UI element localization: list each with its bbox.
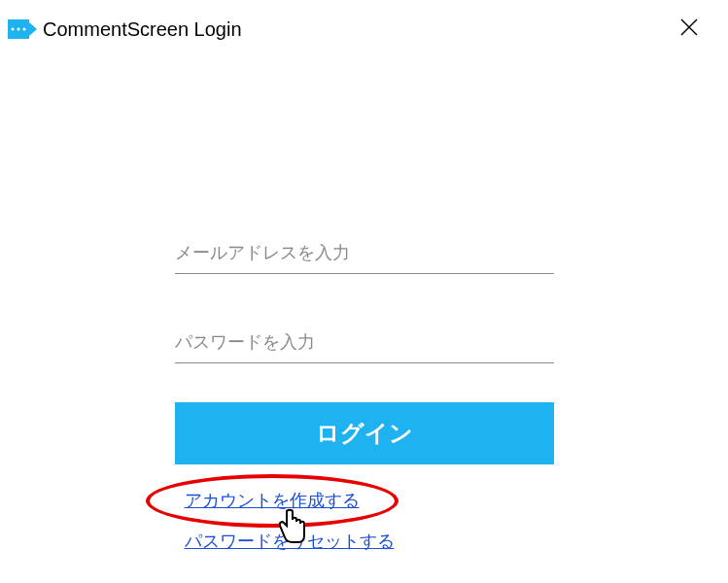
login-form: ログイン アカウントを作成する パスワードをリセットする	[156, 233, 573, 553]
reset-password-link[interactable]: パスワードをリセットする	[185, 530, 554, 553]
links-section: アカウントを作成する パスワードをリセットする	[175, 489, 554, 553]
svg-marker-1	[29, 22, 37, 36]
close-icon	[679, 17, 699, 37]
login-button[interactable]: ログイン	[175, 402, 554, 464]
window-title: CommentScreen Login	[43, 18, 242, 41]
password-input[interactable]	[175, 323, 554, 363]
create-account-link[interactable]: アカウントを作成する	[185, 489, 554, 512]
svg-point-3	[17, 28, 20, 31]
svg-point-2	[12, 28, 15, 31]
email-input[interactable]	[175, 233, 554, 274]
close-button[interactable]	[670, 16, 709, 43]
app-icon	[8, 15, 37, 44]
window-header: CommentScreen Login	[0, 0, 728, 58]
svg-point-4	[23, 28, 26, 31]
